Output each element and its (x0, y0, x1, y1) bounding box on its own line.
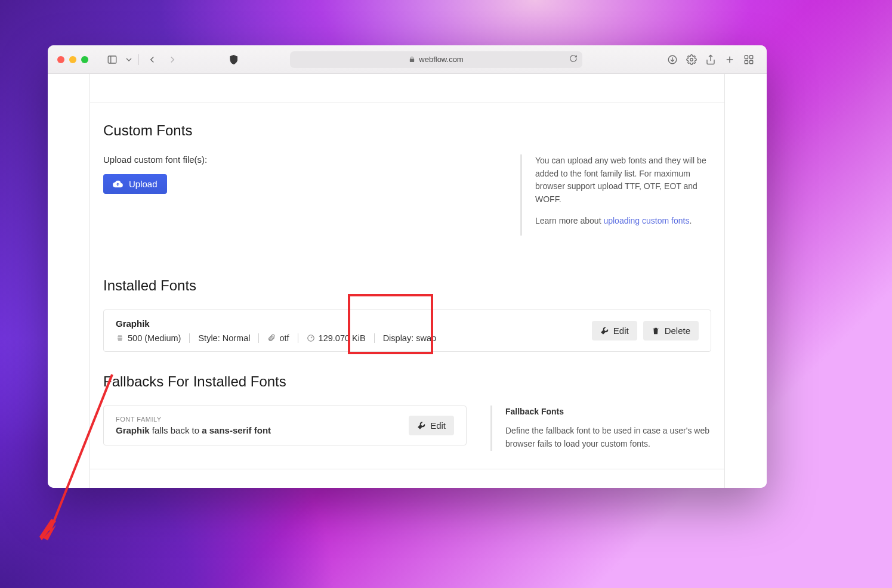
installed-font-row: Graphik 500 (Medium) Style: Normal (103, 310, 711, 352)
fallback-help-title: Fallback Fonts (505, 406, 711, 419)
share-button[interactable] (702, 51, 719, 68)
custom-fonts-heading: Custom Fonts (103, 122, 711, 139)
settings-page: Custom Fonts Upload custom font file(s):… (89, 74, 725, 488)
upload-button-label: Upload (129, 179, 158, 189)
font-format: otf (267, 333, 289, 343)
weight-icon (116, 334, 124, 342)
font-name: Graphik (116, 318, 436, 329)
privacy-shield-button[interactable] (226, 51, 242, 68)
lock-icon (409, 56, 415, 63)
wrench-icon (417, 422, 425, 430)
maximize-window-button[interactable] (81, 56, 88, 63)
font-display: Display: swap (383, 333, 436, 343)
url-text: webflow.com (419, 55, 463, 64)
fallback-help-panel: Fallback Fonts Define the fallback font … (490, 406, 711, 450)
browser-toolbar: webflow.com (48, 45, 767, 74)
cloud-upload-icon (113, 179, 123, 189)
fallback-field-label: FONT FAMILY (116, 416, 271, 423)
upload-label: Upload custom font file(s): (103, 154, 496, 165)
fallbacks-heading: Fallbacks For Installed Fonts (103, 373, 711, 390)
svg-rect-8 (745, 55, 748, 58)
upload-button[interactable]: Upload (103, 174, 167, 194)
installed-fonts-heading: Installed Fonts (103, 277, 711, 294)
edit-fallback-button[interactable]: Edit (409, 416, 454, 435)
wrench-icon (600, 327, 609, 335)
edit-font-button[interactable]: Edit (592, 321, 637, 341)
sidebar-toggle-button[interactable] (104, 51, 121, 68)
reload-button[interactable] (569, 54, 578, 64)
safari-window: webflow.com (48, 45, 767, 488)
close-window-button[interactable] (57, 56, 64, 63)
custom-fonts-help: You can upload any web fonts and they wi… (520, 154, 711, 236)
font-style: Style: Normal (198, 333, 250, 343)
svg-rect-0 (108, 56, 116, 63)
help-text: You can upload any web fonts and they wi… (535, 154, 711, 206)
font-size: 129.070 KiB (307, 333, 366, 343)
back-button[interactable] (144, 51, 161, 68)
forward-button[interactable] (164, 51, 181, 68)
svg-point-4 (690, 58, 693, 61)
attachment-icon (267, 334, 276, 342)
svg-rect-10 (745, 60, 748, 63)
font-weight: 500 (Medium) (116, 333, 181, 343)
trash-icon (652, 327, 660, 335)
help-more: Learn more about uploading custom fonts. (535, 215, 711, 228)
fallback-row: FONT FAMILY Graphik falls back to a sans… (103, 406, 467, 445)
new-tab-button[interactable] (721, 51, 738, 68)
fallback-help-text: Define the fallback font to be used in c… (505, 425, 711, 450)
fallback-description: Graphik falls back to a sans-serif font (116, 425, 271, 435)
delete-font-button[interactable]: Delete (643, 321, 699, 341)
sidebar-menu-chevron[interactable] (124, 51, 134, 68)
gauge-icon (307, 334, 315, 342)
minimize-window-button[interactable] (69, 56, 76, 63)
downloads-button[interactable] (664, 51, 681, 68)
svg-rect-11 (750, 60, 753, 63)
tab-overview-button[interactable] (740, 51, 757, 68)
webpage-viewport: Custom Fonts Upload custom font file(s):… (48, 74, 767, 488)
svg-rect-9 (750, 55, 753, 58)
uploading-fonts-link[interactable]: uploading custom fonts (603, 216, 689, 225)
address-bar[interactable]: webflow.com (290, 51, 582, 68)
window-controls (57, 56, 88, 63)
extensions-gear-button[interactable] (683, 51, 700, 68)
